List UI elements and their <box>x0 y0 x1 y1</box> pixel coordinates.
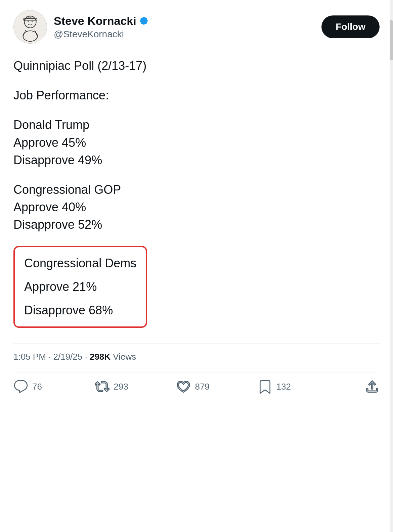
profile-section: TATS Steve Kornacki @SteveKornacki <box>13 10 148 44</box>
verified-icon <box>139 16 148 26</box>
tweet-timestamp: 1:05 PM · 2/19/25 · <box>13 352 90 362</box>
bookmark-icon <box>258 379 272 394</box>
reply-count: 76 <box>32 382 42 392</box>
dems-approve: Approve 21% <box>24 278 136 296</box>
like-icon <box>176 379 191 394</box>
trump-block: Donald Trump Approve 45% Disapprove 49% <box>13 116 380 169</box>
poll-header-block: Quinnipiac Poll (2/13-17) <box>13 57 380 75</box>
tweet-header: TATS Steve Kornacki @SteveKornacki Follo… <box>13 10 380 44</box>
tweet-container: TATS Steve Kornacki @SteveKornacki Follo… <box>0 0 393 532</box>
tweet-meta: 1:05 PM · 2/19/25 · 298K Views <box>13 352 380 362</box>
tweet-footer: 1:05 PM · 2/19/25 · 298K Views 76 293 <box>13 343 380 394</box>
views-count: 298K <box>90 352 111 362</box>
tweet-content: Quinnipiac Poll (2/13-17) Job Performanc… <box>13 57 380 340</box>
reply-icon <box>13 379 28 394</box>
views-label: Views <box>111 352 136 362</box>
profile-name[interactable]: Steve Kornacki <box>54 14 136 28</box>
bookmark-action[interactable]: 132 <box>258 379 339 394</box>
job-performance-block: Job Performance: <box>13 87 380 104</box>
gop-approve: Approve 40% <box>13 200 86 214</box>
trump-approve: Approve 45% <box>13 136 86 149</box>
avatar[interactable]: TATS <box>13 10 47 44</box>
svg-text:TATS: TATS <box>26 16 31 18</box>
dems-disapprove: Disapprove 68% <box>24 302 136 319</box>
reply-action[interactable]: 76 <box>13 379 95 394</box>
retweet-action[interactable]: 293 <box>95 379 176 394</box>
gop-disapprove: Disapprove 52% <box>13 218 102 231</box>
share-icon <box>365 379 380 394</box>
gop-block: Congressional GOP Approve 40% Disapprove… <box>13 181 380 234</box>
profile-info: Steve Kornacki @SteveKornacki <box>54 14 148 40</box>
follow-button[interactable]: Follow <box>321 15 380 38</box>
like-count: 879 <box>195 382 209 392</box>
retweet-icon <box>95 379 110 394</box>
share-action[interactable] <box>339 379 380 394</box>
trump-disapprove: Disapprove 49% <box>13 153 102 167</box>
dems-title: Congressional Dems <box>24 255 136 272</box>
job-performance-title: Job Performance: <box>13 88 109 102</box>
profile-name-row: Steve Kornacki <box>54 14 148 28</box>
svg-rect-0 <box>14 10 47 43</box>
profile-handle[interactable]: @SteveKornacki <box>54 29 148 40</box>
tweet-actions: 76 293 879 132 <box>13 372 380 394</box>
retweet-count: 293 <box>114 382 128 392</box>
gop-title: Congressional GOP <box>13 183 121 196</box>
poll-header-text: Quinnipiac Poll (2/13-17) <box>13 59 146 73</box>
scrollbar-thumb[interactable] <box>390 20 393 60</box>
bookmark-count: 132 <box>276 382 291 392</box>
dems-highlighted-box: Congressional Dems Approve 21% Disapprov… <box>13 246 147 328</box>
trump-title: Donald Trump <box>13 118 89 132</box>
scrollbar[interactable] <box>390 0 393 532</box>
like-action[interactable]: 879 <box>176 379 257 394</box>
